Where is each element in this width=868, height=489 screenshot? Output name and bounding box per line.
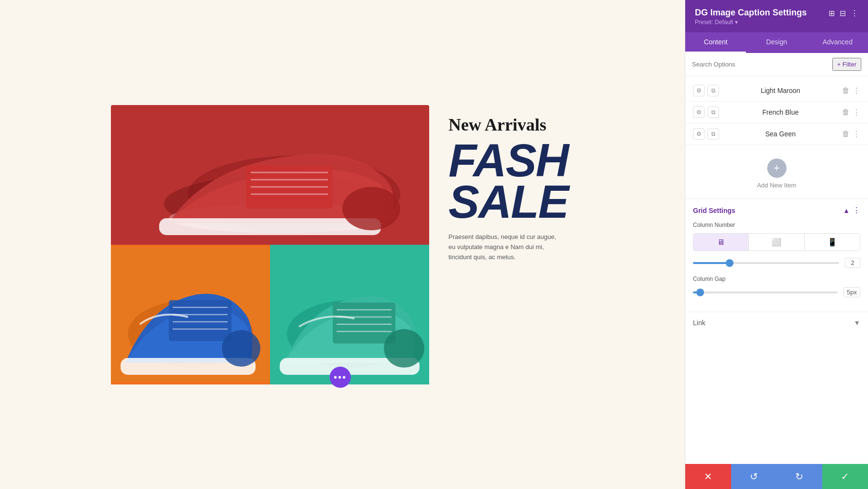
item-delete-button-2[interactable]: 🗑	[842, 108, 850, 117]
column-number-slider-fill	[693, 262, 730, 264]
column-gap-value[interactable]: 5px	[843, 287, 860, 297]
column-number-slider-thumb[interactable]	[726, 259, 733, 267]
tablet-icon: ⬜	[772, 238, 781, 247]
device-tablet-button[interactable]: ⬜	[749, 234, 804, 251]
add-new-item-area[interactable]: + Add New Item	[685, 149, 868, 198]
cancel-icon: ✕	[704, 471, 712, 482]
redo-icon: ↻	[795, 471, 803, 482]
save-icon: ✓	[841, 471, 849, 482]
item-menu-button-2[interactable]: ⋮	[853, 108, 860, 117]
item-actions-1: 🗑 ⋮	[842, 86, 860, 95]
device-monitor-button[interactable]: 🖥	[693, 234, 749, 251]
tab-design[interactable]: Design	[746, 32, 807, 53]
item-gear-button-2[interactable]: ⚙	[693, 106, 705, 118]
link-header: Link ▼	[693, 319, 860, 327]
link-title: Link	[693, 319, 705, 327]
sneaker-bottom-left-image	[111, 245, 270, 384]
item-actions-2: 🗑 ⋮	[842, 108, 860, 117]
item-delete-button-1[interactable]: 🗑	[842, 86, 850, 95]
column-number-slider-track[interactable]	[693, 262, 839, 264]
item-menu-button-3[interactable]: ⋮	[853, 130, 860, 139]
undo-icon: ↺	[750, 471, 758, 482]
sneaker-top-image	[111, 105, 429, 245]
dots-icon: •••	[334, 372, 347, 383]
mobile-icon: 📱	[827, 238, 837, 247]
panel-preset[interactable]: Preset: Default ▾	[695, 19, 807, 26]
item-delete-button-3[interactable]: 🗑	[842, 130, 850, 138]
new-arrivals-heading: New Arrivals	[448, 115, 564, 135]
undo-button[interactable]: ↺	[731, 464, 777, 489]
panel-tabs: Content Design Advanced	[685, 32, 868, 53]
link-section: Link ▼	[685, 312, 868, 333]
svg-point-10	[342, 187, 400, 230]
panel-title-group: DG Image Caption Settings Preset: Defaul…	[695, 8, 807, 26]
item-name-1: Light Maroon	[724, 87, 837, 94]
cancel-button[interactable]: ✕	[685, 464, 731, 489]
list-item: ⚙ ⧉ Light Maroon 🗑 ⋮	[685, 80, 868, 102]
filter-button[interactable]: + Filter	[832, 58, 861, 71]
panel-header-icons: ⊞ ⊟ ⋮	[828, 8, 858, 18]
item-gear-button-1[interactable]: ⚙	[693, 85, 705, 96]
item-icons-left-2: ⚙ ⧉	[693, 106, 719, 118]
add-circle-button[interactable]: +	[767, 159, 787, 178]
add-new-item-label: Add New Item	[757, 182, 797, 189]
item-gear-button-3[interactable]: ⚙	[693, 128, 705, 140]
sneaker-gallery	[111, 105, 429, 384]
column-gap-slider-row: 5px	[693, 287, 860, 297]
save-button[interactable]: ✓	[822, 464, 868, 489]
column-number-value[interactable]: 2	[845, 258, 860, 268]
section-menu-icon[interactable]: ⋮	[853, 206, 860, 215]
sneaker-bottom-right-image	[270, 245, 429, 384]
search-input[interactable]	[692, 61, 828, 68]
floating-dots-button[interactable]: •••	[330, 367, 351, 388]
item-icons-left-1: ⚙ ⧉	[693, 85, 719, 96]
column-gap-slider-track[interactable]	[693, 291, 838, 293]
column-number-slider-row: 2	[693, 258, 860, 268]
svg-rect-13	[169, 300, 231, 341]
items-list: ⚙ ⧉ Light Maroon 🗑 ⋮ ⚙ ⧉ French Blue 🗑 ⋮	[685, 76, 868, 149]
grid-settings-section: Grid Settings ▲ ⋮ Column Number 🖥 ⬜ 📱	[685, 198, 868, 312]
device-mobile-button[interactable]: 📱	[805, 234, 860, 251]
section-toggle: ▲ ⋮	[843, 206, 860, 215]
item-name-3: Sea Geen	[724, 130, 837, 138]
fashion-sale-heading: FASH SALE	[448, 140, 564, 223]
canvas-text-block: New Arrivals FASH SALE Praesent dapibus,…	[439, 105, 574, 272]
tab-content[interactable]: Content	[685, 32, 746, 53]
columns-icon[interactable]: ⊟	[840, 9, 846, 18]
link-expand-icon[interactable]: ▼	[854, 319, 860, 327]
svg-point-28	[384, 329, 424, 368]
panel-header: DG Image Caption Settings Preset: Defaul…	[685, 0, 868, 32]
search-bar: + Filter	[685, 53, 868, 76]
right-panel: DG Image Caption Settings Preset: Defaul…	[685, 0, 868, 489]
item-icons-left-3: ⚙ ⧉	[693, 128, 719, 140]
svg-rect-22	[333, 303, 395, 344]
column-number-label: Column Number	[693, 222, 860, 228]
column-gap-label: Column Gap	[693, 276, 860, 282]
column-gap-slider-thumb[interactable]	[696, 289, 704, 296]
svg-point-19	[222, 330, 260, 367]
bottom-toolbar: ✕ ↺ ↻ ✓	[685, 464, 868, 489]
item-copy-button-3[interactable]: ⧉	[707, 128, 719, 140]
canvas-area: New Arrivals FASH SALE Praesent dapibus,…	[0, 0, 685, 489]
redo-button[interactable]: ↻	[777, 464, 823, 489]
item-actions-3: 🗑 ⋮	[842, 130, 860, 139]
item-name-2: French Blue	[724, 108, 837, 116]
list-item: ⚙ ⧉ Sea Geen 🗑 ⋮	[685, 123, 868, 145]
panel-title: DG Image Caption Settings	[695, 8, 807, 18]
more-options-icon[interactable]: ⋮	[851, 9, 858, 18]
item-copy-button-1[interactable]: ⧉	[707, 85, 719, 96]
plus-icon: +	[773, 162, 780, 174]
canvas-content: New Arrivals FASH SALE Praesent dapibus,…	[92, 86, 593, 404]
grid-settings-title: Grid Settings	[693, 207, 735, 214]
grid-settings-header: Grid Settings ▲ ⋮	[693, 206, 860, 215]
settings-icon[interactable]: ⊞	[828, 9, 835, 18]
body-paragraph: Praesent dapibus, neque id cur augue, eu…	[448, 232, 564, 262]
monitor-icon: 🖥	[717, 238, 725, 247]
device-selector: 🖥 ⬜ 📱	[693, 233, 860, 251]
item-menu-button-1[interactable]: ⋮	[853, 86, 860, 95]
collapse-icon[interactable]: ▲	[843, 207, 850, 214]
item-copy-button-2[interactable]: ⧉	[707, 106, 719, 118]
panel-spacer	[685, 333, 868, 464]
list-item: ⚙ ⧉ French Blue 🗑 ⋮	[685, 102, 868, 123]
tab-advanced[interactable]: Advanced	[807, 32, 868, 53]
